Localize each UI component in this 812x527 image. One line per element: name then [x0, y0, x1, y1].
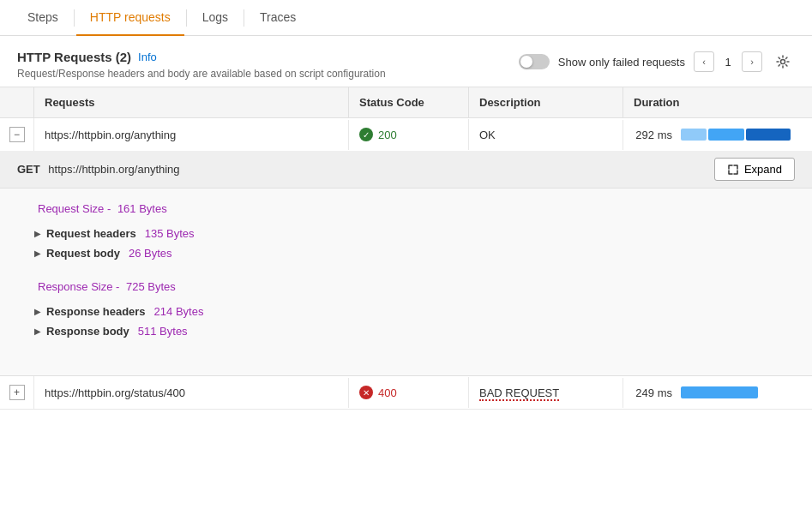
- status-ok-icon: ✓: [359, 128, 373, 141]
- tab-divider-1: [74, 9, 75, 27]
- arrow-icon-3: ▶: [34, 307, 41, 316]
- td-expand-row2[interactable]: +: [0, 376, 34, 409]
- td-description-row2: BAD REQUEST: [469, 378, 623, 408]
- td-status-row2: ✕ 400: [349, 377, 469, 408]
- expanded-detail-row1: GET https://httpbin.org/anything Expand …: [0, 151, 812, 376]
- status-ok-badge: ✓ 200: [359, 128, 458, 141]
- description-row2: BAD REQUEST: [479, 386, 559, 401]
- td-duration-row2: 249 ms: [623, 377, 812, 408]
- expanded-url-value: https://httpbin.org/anything: [48, 163, 179, 176]
- header-controls: Show only failed requests ‹ 1 ›: [519, 50, 795, 74]
- expand-icon-row2[interactable]: +: [9, 385, 25, 400]
- info-link[interactable]: Info: [138, 51, 157, 63]
- expand-icon: [727, 164, 739, 176]
- tab-http-requests[interactable]: HTTP requests: [76, 0, 184, 36]
- tab-divider-3: [244, 9, 244, 27]
- td-url-row1: https://httpbin.org/anything: [34, 120, 349, 150]
- gear-icon: [776, 55, 790, 69]
- expanded-url-text: GET https://httpbin.org/anything: [17, 163, 180, 176]
- td-description-row1: OK: [469, 120, 623, 150]
- response-size-label: Response Size -: [38, 280, 119, 293]
- response-size-value: 725 Bytes: [126, 280, 176, 293]
- request-headers-item[interactable]: ▶ Request headers 135 Bytes: [34, 224, 778, 243]
- toggle-knob: [520, 56, 532, 68]
- td-url-row2: https://httpbin.org/status/400: [34, 378, 349, 408]
- page-number: 1: [719, 56, 737, 69]
- request-size-title: Request Size - 161 Bytes: [34, 202, 778, 215]
- status-error-icon: ✕: [359, 386, 373, 399]
- request-body-label: Request body: [46, 247, 120, 260]
- tabs-bar: Steps HTTP requests Logs Traces: [0, 0, 812, 36]
- table-row: − https://httpbin.org/anything ✓ 200 OK …: [0, 118, 812, 151]
- expanded-url-row: GET https://httpbin.org/anything Expand: [0, 151, 812, 189]
- response-body-size: 511 Bytes: [138, 325, 188, 338]
- th-requests: Requests: [34, 87, 349, 117]
- page-nav: ‹ 1 ›: [694, 51, 762, 72]
- response-headers-item[interactable]: ▶ Response headers 214 Bytes: [34, 302, 778, 321]
- duration-bar-row2: [681, 386, 802, 399]
- expand-btn-label: Expand: [744, 163, 782, 176]
- http-method-badge: GET: [17, 163, 40, 176]
- tab-logs[interactable]: Logs: [189, 0, 242, 36]
- td-expand-icon[interactable]: −: [0, 118, 34, 151]
- table-header: Requests Status Code Description Duratio…: [0, 87, 812, 118]
- response-headers-size: 214 Bytes: [154, 305, 204, 318]
- th-description: Description: [469, 87, 623, 117]
- request-body-item[interactable]: ▶ Request body 26 Bytes: [34, 243, 778, 263]
- next-page-button[interactable]: ›: [742, 51, 762, 72]
- status-code-row1: 200: [378, 129, 397, 141]
- status-error-badge: ✕ 400: [359, 386, 458, 399]
- response-headers-label: Response headers: [46, 305, 146, 318]
- duration-ms-row2: 249 ms: [634, 386, 672, 399]
- tab-divider-2: [186, 9, 187, 27]
- th-status-code: Status Code: [349, 87, 469, 117]
- request-size-label: Request Size -: [38, 202, 111, 215]
- svg-point-0: [781, 60, 785, 64]
- arrow-icon-2: ▶: [34, 249, 41, 258]
- collapse-icon[interactable]: −: [9, 127, 25, 142]
- duration-cell-row1: 292 ms: [634, 128, 802, 141]
- settings-button[interactable]: [771, 50, 795, 74]
- request-headers-label: Request headers: [46, 227, 136, 240]
- bar-seg-3: [746, 129, 791, 141]
- response-size-title: Response Size - 725 Bytes: [34, 280, 778, 293]
- request-headers-size: 135 Bytes: [145, 227, 195, 240]
- arrow-icon: ▶: [34, 229, 41, 238]
- prev-page-button[interactable]: ‹: [694, 51, 714, 72]
- duration-cell-row2: 249 ms: [634, 386, 802, 399]
- request-size-value: 161 Bytes: [117, 202, 167, 215]
- td-duration-row1: 292 ms: [623, 119, 812, 150]
- bar-seg-1: [681, 129, 707, 141]
- tab-traces[interactable]: Traces: [246, 0, 310, 36]
- request-body-size: 26 Bytes: [129, 247, 172, 260]
- toggle-label: Show only failed requests: [558, 56, 685, 69]
- duration-ms-row1: 292 ms: [634, 129, 672, 141]
- detail-body: Request Size - 161 Bytes ▶ Request heade…: [0, 189, 812, 375]
- status-code-row2: 400: [378, 386, 397, 399]
- response-body-label: Response body: [46, 325, 129, 338]
- bar-seg-row2: [681, 386, 758, 398]
- request-section: Request Size - 161 Bytes ▶ Request heade…: [34, 202, 778, 263]
- table-row-2: + https://httpbin.org/status/400 ✕ 400 B…: [0, 376, 812, 410]
- response-body-item[interactable]: ▶ Response body 511 Bytes: [34, 321, 778, 341]
- section-title: HTTP Requests (2): [17, 50, 131, 64]
- expand-button[interactable]: Expand: [714, 158, 795, 181]
- tab-steps[interactable]: Steps: [14, 0, 72, 36]
- bar-seg-2: [708, 129, 744, 141]
- failed-requests-toggle[interactable]: [519, 54, 550, 69]
- th-expand: [0, 87, 34, 117]
- th-duration: Duration: [623, 87, 812, 117]
- td-status-row1: ✓ 200: [349, 119, 469, 150]
- section-subtitle: Request/Response headers and body are av…: [17, 68, 386, 80]
- response-section: Response Size - 725 Bytes ▶ Response hea…: [34, 280, 778, 341]
- section-header: HTTP Requests (2) Info Request/Response …: [0, 36, 812, 87]
- arrow-icon-4: ▶: [34, 326, 41, 336]
- duration-bar-row1: [681, 128, 802, 141]
